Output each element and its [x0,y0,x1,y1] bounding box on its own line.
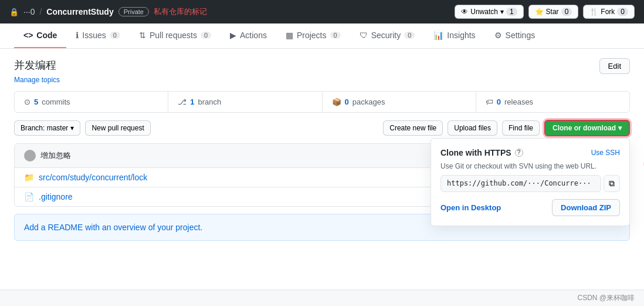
edit-button[interactable]: Edit [599,58,630,74]
clone-arrow-icon: ▾ [618,124,622,132]
username[interactable]: ···0 [23,7,35,16]
stats-bar: ⊙ 5 commits ⎇ 1 branch 📦 0 packages 🏷 0 … [14,91,630,113]
projects-icon: ▦ [286,31,293,40]
use-ssh-link[interactable]: Use SSH [591,149,620,157]
tab-projects[interactable]: ▦ Projects 0 [276,23,350,48]
branch-label: branch [198,97,221,106]
separator: / [39,7,42,16]
clone-label: Clone or download [553,124,616,132]
file-toolbar: Branch: master ▾ New pull request Create… [14,120,630,136]
find-file-button[interactable]: Find file [502,120,540,136]
new-pull-request-button[interactable]: New pull request [85,120,150,136]
manage-topics-link[interactable]: Manage topics [14,76,60,84]
security-icon: 🛡 [360,31,368,40]
pr-icon: ⇅ [139,31,146,40]
avatar [24,150,36,162]
nav-tabs: <> Code ℹ Issues 0 ⇅ Pull requests 0 ▶ A… [0,23,644,49]
tab-insights[interactable]: 📊 Insights [424,23,484,48]
branch-select[interactable]: Branch: master ▾ [14,120,80,136]
tab-issues[interactable]: ℹ Issues 0 [66,23,130,48]
insights-icon: 📊 [433,31,443,40]
branch-stat[interactable]: ⎇ 1 branch [168,92,322,112]
open-desktop-button[interactable]: Open in Desktop [440,203,501,212]
tab-security[interactable]: 🛡 Security 0 [350,23,425,48]
folder-icon: 📁 [24,173,34,182]
header-bar: 🔒 ···0 / ConcurrentStudy Private 私有仓库的标记… [0,0,644,23]
fork-count: 0 [617,8,628,16]
lock-icon: 🔒 [9,8,19,16]
star-button[interactable]: ⭐ Star 0 [528,5,579,19]
settings-icon: ⚙ [494,31,502,40]
projects-count-badge: 0 [330,32,341,39]
releases-stat[interactable]: 🏷 0 releases [476,92,629,112]
fork-icon: 🍴 [589,8,598,16]
star-icon: ⭐ [535,8,544,16]
fork-button[interactable]: 🍴 Fork 0 [583,5,635,19]
copy-url-button[interactable]: ⧉ [604,175,620,192]
private-badge: Private [118,7,149,16]
create-new-file-button[interactable]: Create new file [383,120,443,136]
tab-pull-requests[interactable]: ⇅ Pull requests 0 [130,23,221,48]
releases-icon: 🏷 [486,97,493,106]
packages-label: packages [352,97,385,106]
tab-actions[interactable]: ▶ Actions [221,23,276,48]
commits-icon: ⊙ [24,97,30,106]
unwatch-count: 1 [506,8,517,16]
packages-icon: 📦 [332,97,341,106]
download-zip-button[interactable]: Download ZIP [552,199,620,216]
eye-icon: 👁 [461,8,468,16]
clone-description: Use Git or checkout with SVN using the w… [440,162,620,170]
actions-icon: ▶ [230,31,236,40]
clone-download-wrapper: Clone or download ▾ Clone with HTTPS ? U… [544,120,630,136]
file-icon: 📄 [24,192,34,201]
unwatch-button[interactable]: 👁 Unwatch ▾ 1 [455,5,523,19]
code-icon: <> [23,31,33,40]
clone-panel-title: Clone with HTTPS [440,148,511,157]
commits-label: commits [42,97,70,106]
repo-name[interactable]: ConcurrentStudy [46,7,113,16]
issues-count-badge: 0 [110,32,120,39]
branch-icon: ⎇ [178,97,187,106]
branch-chevron-icon: ▾ [70,124,74,132]
clone-url-input[interactable] [440,175,601,192]
security-count-badge: 0 [404,32,415,39]
commits-stat[interactable]: ⊙ 5 commits [15,92,168,112]
clone-or-download-button[interactable]: Clone or download ▾ [544,120,630,136]
clone-panel: Clone with HTTPS ? Use SSH Use Git or ch… [431,138,630,226]
readme-text: Add a README with an overview of your pr… [24,223,202,232]
branch-select-label: Branch: master [21,124,68,132]
unwatch-arrow: ▾ [500,8,504,16]
tab-settings[interactable]: ⚙ Settings [485,23,545,48]
star-count: 0 [561,8,572,16]
packages-stat[interactable]: 📦 0 packages [323,92,476,112]
issues-icon: ℹ [76,31,79,40]
repo-description: 并发编程 [14,58,60,72]
clone-help-icon[interactable]: ? [515,149,523,157]
releases-label: releases [504,97,533,106]
upload-files-button[interactable]: Upload files [448,120,497,136]
repo-body: 并发编程 Manage topics Edit ⊙ 5 commits ⎇ 1 … [0,49,644,250]
commit-message: 增加忽略 [40,150,71,161]
private-annotation: 私有仓库的标记 [154,6,207,17]
pr-count-badge: 0 [201,32,211,39]
tab-code[interactable]: <> Code [14,23,66,48]
